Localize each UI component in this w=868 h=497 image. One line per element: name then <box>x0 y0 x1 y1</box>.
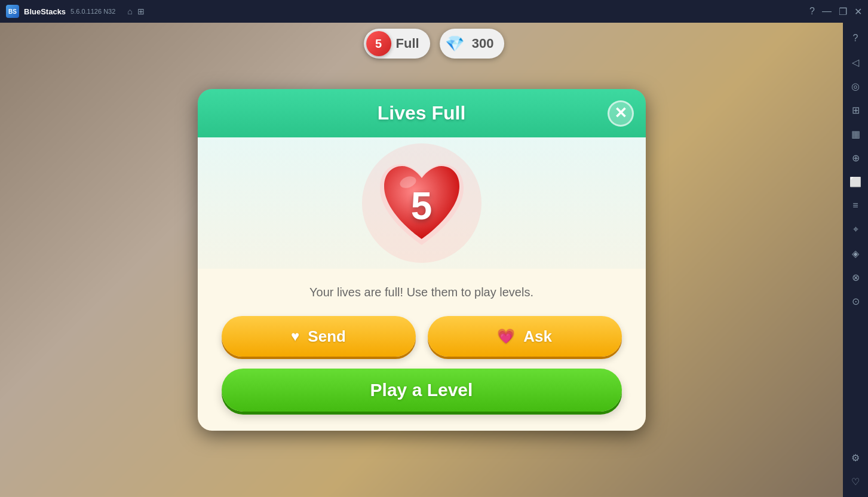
minimize-button[interactable]: — <box>822 6 832 17</box>
heart-count: 5 <box>411 184 433 228</box>
home-icon[interactable]: ⌂ <box>127 7 132 16</box>
play-button-label: Play a Level <box>370 380 473 400</box>
app-version: 5.6.0.1126 N32 <box>70 8 115 15</box>
ask-button[interactable]: 💗 Ask <box>428 316 622 357</box>
dialog-title: Lives Full <box>378 102 466 124</box>
dialog-message: Your lives are full! Use them to play le… <box>222 286 622 299</box>
sidebar-icon-heart[interactable]: ♡ <box>846 472 865 491</box>
dialog-close-button[interactable]: ✕ <box>608 100 634 127</box>
sidebar-icon-10[interactable]: ◈ <box>846 244 865 263</box>
sidebar-icon-8[interactable]: ≡ <box>846 196 865 215</box>
help-button[interactable]: ? <box>809 6 815 17</box>
modal-overlay: Lives Full ✕ <box>0 23 843 497</box>
titlebar-left: BS BlueStacks 5.6.0.1126 N32 ⌂ ⊞ <box>6 5 145 18</box>
ask-button-label: Ask <box>523 327 552 346</box>
dialog-image-area: 5 <box>198 137 646 269</box>
titlebar: BS BlueStacks 5.6.0.1126 N32 ⌂ ⊞ ? — ❐ ✕ <box>0 0 868 23</box>
titlebar-controls: ? — ❐ ✕ <box>809 6 862 17</box>
send-heart-icon: ♥ <box>291 328 299 345</box>
sidebar-icon-4[interactable]: ⊞ <box>846 100 865 119</box>
multiinstance-icon[interactable]: ⊞ <box>137 7 145 16</box>
restore-button[interactable]: ❐ <box>839 6 847 17</box>
sidebar-icon-11[interactable]: ⊗ <box>846 268 865 287</box>
sidebar-icon-settings[interactable]: ⚙ <box>846 448 865 467</box>
send-button[interactable]: ♥ Send <box>222 316 416 357</box>
right-sidebar: ? ◁ ◎ ⊞ ▦ ⊕ ⬜ ≡ ⌖ ◈ ⊗ ⊙ ⚙ ♡ <box>843 23 868 497</box>
sidebar-icon-5[interactable]: ▦ <box>846 124 865 143</box>
sidebar-icon-2[interactable]: ◁ <box>846 53 865 72</box>
bluestacks-logo: BS <box>6 5 19 18</box>
sidebar-icon-3[interactable]: ◎ <box>846 76 865 96</box>
lives-full-dialog: Lives Full ✕ <box>198 89 646 431</box>
dialog-header: Lives Full ✕ <box>198 89 646 137</box>
action-buttons-row: ♥ Send 💗 Ask <box>222 316 622 357</box>
heart-main: 5 <box>371 155 473 251</box>
close-button[interactable]: ✕ <box>854 6 862 17</box>
sidebar-icon-6[interactable]: ⊕ <box>846 148 865 167</box>
ask-heart-icon: 💗 <box>497 328 515 345</box>
play-level-button[interactable]: Play a Level <box>222 369 622 412</box>
heart-illustration: 5 <box>371 155 473 251</box>
sidebar-icon-12[interactable]: ⊙ <box>846 292 865 311</box>
sidebar-icon-7[interactable]: ⬜ <box>846 172 865 191</box>
send-button-label: Send <box>308 327 346 346</box>
sidebar-icon-9[interactable]: ⌖ <box>846 220 865 239</box>
sidebar-icon-1[interactable]: ? <box>846 29 865 48</box>
app-name: BlueStacks <box>24 7 66 16</box>
dialog-body: Your lives are full! Use them to play le… <box>198 269 646 431</box>
